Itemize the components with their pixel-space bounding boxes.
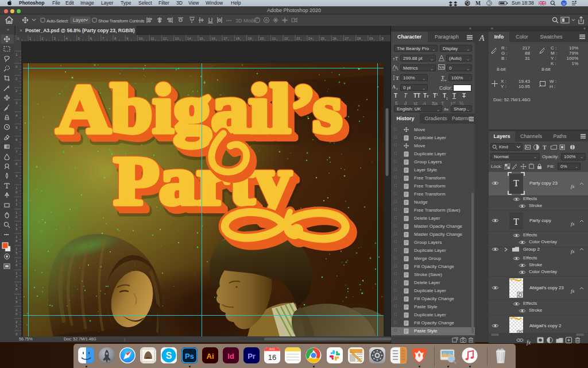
svg-text:•••: ••• bbox=[4, 232, 9, 237]
svg-text:M: M bbox=[475, 1, 481, 6]
svg-text:T: T bbox=[396, 75, 399, 81]
svg-text:28: 28 bbox=[357, 37, 361, 40]
svg-text:20: 20 bbox=[260, 37, 264, 40]
svg-text:A: A bbox=[392, 85, 396, 90]
svg-text:»: » bbox=[7, 28, 9, 32]
svg-text:19: 19 bbox=[248, 37, 252, 40]
svg-text:26: 26 bbox=[332, 37, 336, 40]
svg-text:Show Transform Controls: Show Transform Controls bbox=[98, 18, 144, 24]
svg-text:25: 25 bbox=[320, 37, 324, 40]
svg-text:24: 24 bbox=[308, 37, 312, 40]
svg-text:Pr: Pr bbox=[247, 352, 256, 361]
svg-text:13: 13 bbox=[175, 37, 179, 40]
svg-text:T: T bbox=[441, 75, 444, 80]
svg-text:Id: Id bbox=[227, 352, 234, 361]
svg-text:11: 11 bbox=[150, 37, 154, 40]
svg-text:14: 14 bbox=[187, 37, 191, 40]
svg-text:VA: VA bbox=[439, 65, 444, 70]
svg-text:S: S bbox=[166, 351, 172, 361]
svg-text:Abigail’s: Abigail’s bbox=[56, 71, 342, 148]
svg-text:23: 23 bbox=[296, 37, 300, 40]
svg-text:21: 21 bbox=[272, 37, 276, 40]
svg-text:18: 18 bbox=[235, 37, 239, 40]
svg-text:10: 10 bbox=[138, 37, 142, 40]
svg-text:17: 17 bbox=[223, 37, 227, 40]
svg-text:Auto-Select:: Auto-Select: bbox=[47, 18, 69, 24]
svg-text:a: a bbox=[396, 87, 398, 90]
svg-text:27: 27 bbox=[345, 37, 349, 40]
svg-text:22: 22 bbox=[284, 37, 288, 40]
svg-text:16: 16 bbox=[268, 353, 276, 362]
svg-text:T: T bbox=[543, 144, 547, 151]
svg-text:Ps: Ps bbox=[185, 352, 194, 361]
svg-text:⋯: ⋯ bbox=[226, 17, 232, 24]
svg-text:15: 15 bbox=[199, 37, 203, 40]
svg-text:Ai: Ai bbox=[207, 352, 214, 361]
svg-text:16: 16 bbox=[211, 37, 215, 40]
svg-text:AUG: AUG bbox=[269, 348, 275, 351]
svg-text:30: 30 bbox=[381, 37, 384, 40]
svg-text:12: 12 bbox=[163, 37, 167, 40]
svg-text:Layer: Layer bbox=[73, 17, 85, 23]
svg-text:29: 29 bbox=[369, 37, 373, 40]
